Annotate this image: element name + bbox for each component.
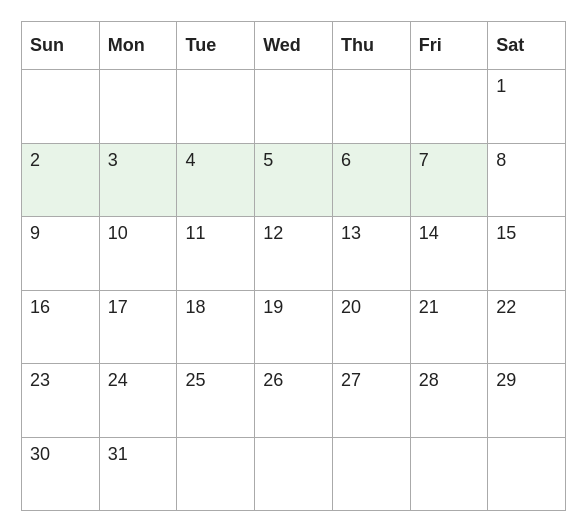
calendar-day-17[interactable]: 17 <box>99 290 177 364</box>
calendar-day-19[interactable]: 19 <box>255 290 333 364</box>
calendar-day-16[interactable]: 16 <box>22 290 100 364</box>
calendar-day-empty[interactable] <box>255 70 333 144</box>
calendar-week-row: 3031 <box>22 437 566 511</box>
calendar-day-30[interactable]: 30 <box>22 437 100 511</box>
calendar-day-14[interactable]: 14 <box>410 217 488 291</box>
calendar-header-tue: Tue <box>177 22 255 70</box>
calendar-day-6[interactable]: 6 <box>332 143 410 217</box>
calendar-header-thu: Thu <box>332 22 410 70</box>
calendar-day-29[interactable]: 29 <box>488 364 566 438</box>
calendar-day-23[interactable]: 23 <box>22 364 100 438</box>
calendar-day-1[interactable]: 1 <box>488 70 566 144</box>
calendar-header-row: SunMonTueWedThuFriSat <box>22 22 566 70</box>
calendar-day-empty[interactable] <box>332 437 410 511</box>
calendar-day-25[interactable]: 25 <box>177 364 255 438</box>
calendar-header-wed: Wed <box>255 22 333 70</box>
calendar-day-11[interactable]: 11 <box>177 217 255 291</box>
calendar-header-mon: Mon <box>99 22 177 70</box>
calendar-day-10[interactable]: 10 <box>99 217 177 291</box>
calendar-day-empty[interactable] <box>255 437 333 511</box>
calendar-day-26[interactable]: 26 <box>255 364 333 438</box>
calendar-day-21[interactable]: 21 <box>410 290 488 364</box>
calendar-day-22[interactable]: 22 <box>488 290 566 364</box>
calendar-week-row: 1 <box>22 70 566 144</box>
calendar-day-12[interactable]: 12 <box>255 217 333 291</box>
calendar-header-fri: Fri <box>410 22 488 70</box>
calendar-day-13[interactable]: 13 <box>332 217 410 291</box>
calendar-week-row: 16171819202122 <box>22 290 566 364</box>
calendar-day-9[interactable]: 9 <box>22 217 100 291</box>
calendar-day-15[interactable]: 15 <box>488 217 566 291</box>
calendar-day-empty[interactable] <box>488 437 566 511</box>
calendar-header-sun: Sun <box>22 22 100 70</box>
calendar-day-31[interactable]: 31 <box>99 437 177 511</box>
calendar-header-sat: Sat <box>488 22 566 70</box>
calendar-day-empty[interactable] <box>332 70 410 144</box>
calendar-day-2[interactable]: 2 <box>22 143 100 217</box>
calendar-day-20[interactable]: 20 <box>332 290 410 364</box>
calendar-day-empty[interactable] <box>22 70 100 144</box>
calendar-day-28[interactable]: 28 <box>410 364 488 438</box>
calendar-day-5[interactable]: 5 <box>255 143 333 217</box>
calendar-day-18[interactable]: 18 <box>177 290 255 364</box>
calendar-day-4[interactable]: 4 <box>177 143 255 217</box>
calendar-table: SunMonTueWedThuFriSat 123456789101112131… <box>21 21 566 511</box>
calendar-day-7[interactable]: 7 <box>410 143 488 217</box>
calendar-day-27[interactable]: 27 <box>332 364 410 438</box>
calendar-day-3[interactable]: 3 <box>99 143 177 217</box>
calendar-day-empty[interactable] <box>410 70 488 144</box>
calendar-day-empty[interactable] <box>410 437 488 511</box>
calendar-day-empty[interactable] <box>99 70 177 144</box>
calendar-day-24[interactable]: 24 <box>99 364 177 438</box>
calendar-day-8[interactable]: 8 <box>488 143 566 217</box>
calendar-day-empty[interactable] <box>177 70 255 144</box>
calendar-week-row: 9101112131415 <box>22 217 566 291</box>
calendar-week-row: 23242526272829 <box>22 364 566 438</box>
calendar-day-empty[interactable] <box>177 437 255 511</box>
calendar-week-row: 2345678 <box>22 143 566 217</box>
